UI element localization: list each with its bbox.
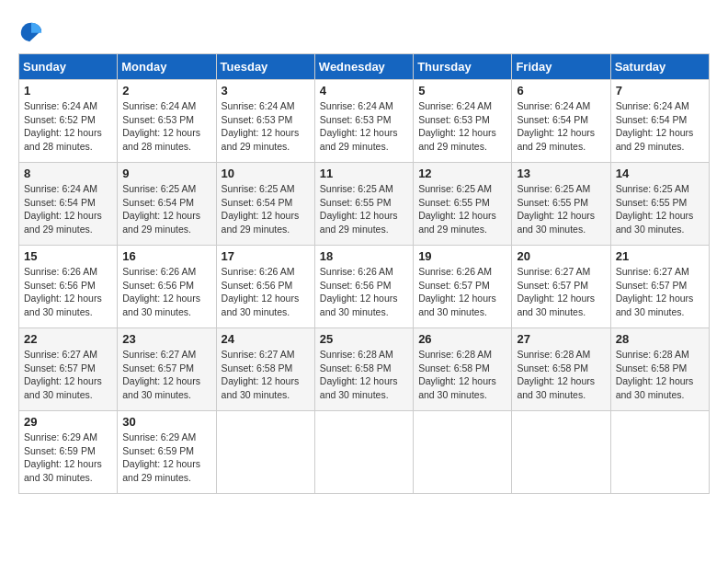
day-number: 27	[517, 332, 605, 346]
calendar-cell: 21 Sunrise: 6:27 AM Sunset: 6:57 PM Dayl…	[610, 246, 709, 328]
calendar-cell: 6 Sunrise: 6:24 AM Sunset: 6:54 PM Dayli…	[512, 80, 610, 163]
day-number: 12	[418, 167, 506, 180]
calendar-cell: 1 Sunrise: 6:24 AM Sunset: 6:52 PM Dayli…	[19, 80, 118, 163]
header-thursday: Thursday	[414, 54, 512, 80]
calendar-cell	[414, 411, 512, 494]
calendar-cell: 16 Sunrise: 6:26 AM Sunset: 6:56 PM Dayl…	[118, 246, 216, 328]
day-detail: Sunrise: 6:27 AM Sunset: 6:57 PM Dayligh…	[122, 348, 210, 402]
day-number: 7	[616, 84, 704, 98]
day-detail: Sunrise: 6:26 AM Sunset: 6:56 PM Dayligh…	[222, 265, 310, 319]
header-monday: Monday	[118, 54, 216, 80]
day-number: 10	[222, 167, 310, 180]
day-number: 24	[222, 332, 310, 346]
calendar-cell: 2 Sunrise: 6:24 AM Sunset: 6:53 PM Dayli…	[118, 80, 216, 163]
calendar-cell: 28 Sunrise: 6:28 AM Sunset: 6:58 PM Dayl…	[610, 328, 709, 411]
day-number: 29	[24, 415, 112, 429]
day-number: 16	[122, 249, 210, 263]
day-detail: Sunrise: 6:28 AM Sunset: 6:58 PM Dayligh…	[320, 348, 408, 402]
day-number: 4	[320, 84, 408, 98]
day-detail: Sunrise: 6:26 AM Sunset: 6:56 PM Dayligh…	[320, 265, 408, 319]
day-detail: Sunrise: 6:27 AM Sunset: 6:58 PM Dayligh…	[222, 348, 310, 402]
calendar-cell: 3 Sunrise: 6:24 AM Sunset: 6:53 PM Dayli…	[216, 80, 314, 163]
calendar-cell: 25 Sunrise: 6:28 AM Sunset: 6:58 PM Dayl…	[314, 328, 413, 411]
logo	[18, 18, 48, 44]
day-detail: Sunrise: 6:25 AM Sunset: 6:54 PM Dayligh…	[122, 182, 210, 236]
calendar-cell: 9 Sunrise: 6:25 AM Sunset: 6:54 PM Dayli…	[118, 163, 216, 246]
calendar-cell: 29 Sunrise: 6:29 AM Sunset: 6:59 PM Dayl…	[19, 411, 118, 494]
header	[18, 18, 710, 44]
calendar-cell: 13 Sunrise: 6:25 AM Sunset: 6:55 PM Dayl…	[512, 163, 610, 246]
day-number: 19	[418, 249, 506, 263]
calendar-cell: 23 Sunrise: 6:27 AM Sunset: 6:57 PM Dayl…	[118, 328, 216, 411]
calendar-week-3: 15 Sunrise: 6:26 AM Sunset: 6:56 PM Dayl…	[19, 246, 710, 328]
calendar-week-4: 22 Sunrise: 6:27 AM Sunset: 6:57 PM Dayl…	[19, 328, 710, 411]
day-number: 11	[320, 167, 408, 180]
calendar-table: SundayMondayTuesdayWednesdayThursdayFrid…	[18, 53, 710, 494]
day-detail: Sunrise: 6:24 AM Sunset: 6:54 PM Dayligh…	[24, 182, 112, 236]
calendar-cell: 8 Sunrise: 6:24 AM Sunset: 6:54 PM Dayli…	[19, 163, 118, 246]
header-saturday: Saturday	[610, 54, 709, 80]
header-wednesday: Wednesday	[314, 54, 413, 80]
calendar-week-2: 8 Sunrise: 6:24 AM Sunset: 6:54 PM Dayli…	[19, 163, 710, 246]
day-detail: Sunrise: 6:25 AM Sunset: 6:55 PM Dayligh…	[418, 182, 506, 236]
header-tuesday: Tuesday	[216, 54, 314, 80]
day-number: 6	[517, 84, 605, 98]
day-number: 14	[616, 167, 704, 180]
day-detail: Sunrise: 6:28 AM Sunset: 6:58 PM Dayligh…	[616, 348, 704, 402]
calendar-cell: 17 Sunrise: 6:26 AM Sunset: 6:56 PM Dayl…	[216, 246, 314, 328]
day-detail: Sunrise: 6:29 AM Sunset: 6:59 PM Dayligh…	[24, 431, 112, 485]
calendar-cell: 10 Sunrise: 6:25 AM Sunset: 6:54 PM Dayl…	[216, 163, 314, 246]
day-number: 26	[418, 332, 506, 346]
day-detail: Sunrise: 6:24 AM Sunset: 6:54 PM Dayligh…	[517, 99, 605, 154]
day-number: 17	[222, 249, 310, 263]
day-detail: Sunrise: 6:26 AM Sunset: 6:57 PM Dayligh…	[418, 265, 506, 319]
day-detail: Sunrise: 6:26 AM Sunset: 6:56 PM Dayligh…	[24, 265, 112, 319]
calendar-cell: 19 Sunrise: 6:26 AM Sunset: 6:57 PM Dayl…	[414, 246, 512, 328]
calendar-cell: 12 Sunrise: 6:25 AM Sunset: 6:55 PM Dayl…	[414, 163, 512, 246]
day-number: 18	[320, 249, 408, 263]
day-detail: Sunrise: 6:24 AM Sunset: 6:53 PM Dayligh…	[122, 99, 210, 154]
day-number: 30	[122, 415, 210, 429]
day-detail: Sunrise: 6:28 AM Sunset: 6:58 PM Dayligh…	[418, 348, 506, 402]
day-detail: Sunrise: 6:25 AM Sunset: 6:55 PM Dayligh…	[320, 182, 408, 236]
calendar-cell: 7 Sunrise: 6:24 AM Sunset: 6:54 PM Dayli…	[610, 80, 709, 163]
logo-icon	[18, 18, 44, 44]
calendar-header-row: SundayMondayTuesdayWednesdayThursdayFrid…	[19, 54, 710, 80]
day-detail: Sunrise: 6:24 AM Sunset: 6:52 PM Dayligh…	[24, 99, 112, 154]
day-detail: Sunrise: 6:26 AM Sunset: 6:56 PM Dayligh…	[122, 265, 210, 319]
calendar-week-1: 1 Sunrise: 6:24 AM Sunset: 6:52 PM Dayli…	[19, 80, 710, 163]
calendar-week-5: 29 Sunrise: 6:29 AM Sunset: 6:59 PM Dayl…	[19, 411, 710, 494]
calendar-cell: 24 Sunrise: 6:27 AM Sunset: 6:58 PM Dayl…	[216, 328, 314, 411]
day-detail: Sunrise: 6:27 AM Sunset: 6:57 PM Dayligh…	[517, 265, 605, 319]
calendar-cell: 14 Sunrise: 6:25 AM Sunset: 6:55 PM Dayl…	[610, 163, 709, 246]
day-number: 2	[122, 84, 210, 98]
calendar-cell	[314, 411, 413, 494]
header-sunday: Sunday	[19, 54, 118, 80]
header-friday: Friday	[512, 54, 610, 80]
day-detail: Sunrise: 6:29 AM Sunset: 6:59 PM Dayligh…	[122, 431, 210, 485]
calendar-cell	[610, 411, 709, 494]
day-number: 13	[517, 167, 605, 180]
day-number: 21	[616, 249, 704, 263]
day-number: 23	[122, 332, 210, 346]
calendar-cell	[512, 411, 610, 494]
day-detail: Sunrise: 6:24 AM Sunset: 6:54 PM Dayligh…	[616, 99, 704, 154]
day-number: 5	[418, 84, 506, 98]
day-number: 28	[616, 332, 704, 346]
day-detail: Sunrise: 6:24 AM Sunset: 6:53 PM Dayligh…	[418, 99, 506, 154]
day-number: 3	[222, 84, 310, 98]
calendar-cell	[216, 411, 314, 494]
day-detail: Sunrise: 6:28 AM Sunset: 6:58 PM Dayligh…	[517, 348, 605, 402]
calendar-cell: 18 Sunrise: 6:26 AM Sunset: 6:56 PM Dayl…	[314, 246, 413, 328]
calendar-cell: 22 Sunrise: 6:27 AM Sunset: 6:57 PM Dayl…	[19, 328, 118, 411]
day-number: 9	[122, 167, 210, 180]
calendar-cell: 30 Sunrise: 6:29 AM Sunset: 6:59 PM Dayl…	[118, 411, 216, 494]
calendar-cell: 4 Sunrise: 6:24 AM Sunset: 6:53 PM Dayli…	[314, 80, 413, 163]
calendar-cell: 27 Sunrise: 6:28 AM Sunset: 6:58 PM Dayl…	[512, 328, 610, 411]
day-detail: Sunrise: 6:24 AM Sunset: 6:53 PM Dayligh…	[222, 99, 310, 154]
calendar-cell: 5 Sunrise: 6:24 AM Sunset: 6:53 PM Dayli…	[414, 80, 512, 163]
day-number: 1	[24, 84, 112, 98]
day-number: 22	[24, 332, 112, 346]
day-detail: Sunrise: 6:25 AM Sunset: 6:55 PM Dayligh…	[616, 182, 704, 236]
day-detail: Sunrise: 6:25 AM Sunset: 6:54 PM Dayligh…	[222, 182, 310, 236]
